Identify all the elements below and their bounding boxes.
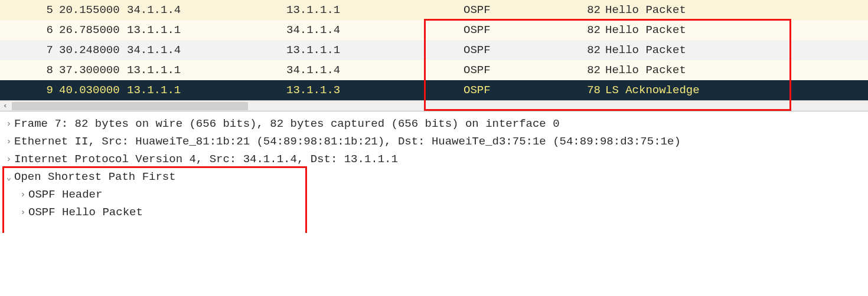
wireshark-window: 520.15500034.1.1.413.1.1.1OSPF82Hello Pa… bbox=[0, 0, 868, 233]
ospf-header-label: OSPF Header bbox=[28, 188, 102, 201]
col-info: Hello Packet bbox=[605, 24, 868, 37]
ip-summary: Internet Protocol Version 4, Src: 34.1.1… bbox=[14, 153, 398, 166]
packet-row[interactable]: 940.03000013.1.1.113.1.1.3OSPF78LS Ackno… bbox=[0, 80, 868, 100]
col-length: 82 bbox=[573, 24, 605, 37]
col-source: 13.1.1.1 bbox=[127, 84, 286, 97]
col-info: Hello Packet bbox=[605, 44, 868, 57]
col-protocol: OSPF bbox=[464, 44, 573, 57]
col-destination: 34.1.1.4 bbox=[286, 64, 464, 77]
col-number: 6 bbox=[0, 24, 59, 37]
chevron-right-icon[interactable]: › bbox=[18, 190, 28, 199]
chevron-down-icon[interactable]: ⌄ bbox=[4, 172, 14, 182]
tree-item-ospf[interactable]: ⌄ Open Shortest Path First bbox=[0, 168, 868, 186]
col-number: 8 bbox=[0, 64, 59, 77]
col-time: 40.030000 bbox=[59, 84, 127, 97]
col-source: 34.1.1.4 bbox=[127, 44, 286, 57]
packet-row[interactable]: 730.24800034.1.1.413.1.1.1OSPF82Hello Pa… bbox=[0, 40, 868, 60]
packet-row[interactable]: 520.15500034.1.1.413.1.1.1OSPF82Hello Pa… bbox=[0, 0, 868, 20]
col-source: 13.1.1.1 bbox=[127, 24, 286, 37]
chevron-right-icon[interactable]: › bbox=[18, 208, 28, 217]
col-time: 20.155000 bbox=[59, 4, 127, 17]
chevron-right-icon[interactable]: › bbox=[4, 154, 14, 164]
chevron-right-icon[interactable]: › bbox=[4, 119, 14, 129]
ospf-summary: Open Shortest Path First bbox=[14, 170, 176, 183]
ethernet-summary: Ethernet II, Src: HuaweiTe_81:1b:21 (54:… bbox=[14, 135, 681, 148]
chevron-right-icon[interactable]: › bbox=[4, 137, 14, 146]
packet-row[interactable]: 837.30000013.1.1.134.1.1.4OSPF82Hello Pa… bbox=[0, 60, 868, 80]
ospf-hello-label: OSPF Hello Packet bbox=[28, 206, 143, 219]
scrollbar-thumb[interactable] bbox=[12, 102, 248, 110]
packet-list-pane[interactable]: 520.15500034.1.1.413.1.1.1OSPF82Hello Pa… bbox=[0, 0, 868, 111]
col-info: LS Acknowledge bbox=[605, 84, 868, 97]
col-length: 82 bbox=[573, 44, 605, 57]
col-destination: 13.1.1.1 bbox=[286, 4, 464, 17]
col-number: 5 bbox=[0, 4, 59, 17]
col-destination: 34.1.1.4 bbox=[286, 24, 464, 37]
tree-item-frame[interactable]: › Frame 7: 82 bytes on wire (656 bits), … bbox=[0, 115, 868, 133]
col-length: 82 bbox=[573, 64, 605, 77]
col-source: 13.1.1.1 bbox=[127, 64, 286, 77]
col-length: 82 bbox=[573, 4, 605, 17]
col-destination: 13.1.1.1 bbox=[286, 44, 464, 57]
tree-item-ospf-header[interactable]: › OSPF Header bbox=[0, 186, 868, 203]
col-length: 78 bbox=[573, 84, 605, 97]
col-protocol: OSPF bbox=[464, 24, 573, 37]
col-time: 30.248000 bbox=[59, 44, 127, 57]
col-time: 37.300000 bbox=[59, 64, 127, 77]
col-number: 7 bbox=[0, 44, 59, 57]
frame-summary: Frame 7: 82 bytes on wire (656 bits), 82… bbox=[14, 117, 560, 130]
packet-details-pane[interactable]: › Frame 7: 82 bytes on wire (656 bits), … bbox=[0, 111, 868, 233]
col-info: Hello Packet bbox=[605, 64, 868, 77]
col-info: Hello Packet bbox=[605, 4, 868, 17]
col-source: 34.1.1.4 bbox=[127, 4, 286, 17]
tree-item-ospf-hello[interactable]: › OSPF Hello Packet bbox=[0, 203, 868, 221]
col-time: 26.785000 bbox=[59, 24, 127, 37]
col-protocol: OSPF bbox=[464, 64, 573, 77]
horizontal-scrollbar[interactable]: ‹ bbox=[0, 100, 868, 111]
col-protocol: OSPF bbox=[464, 84, 573, 97]
col-destination: 13.1.1.3 bbox=[286, 84, 464, 97]
scroll-left-icon[interactable]: ‹ bbox=[0, 101, 11, 111]
packet-row[interactable]: 626.78500013.1.1.134.1.1.4OSPF82Hello Pa… bbox=[0, 20, 868, 40]
col-protocol: OSPF bbox=[464, 4, 573, 17]
tree-item-ip[interactable]: › Internet Protocol Version 4, Src: 34.1… bbox=[0, 150, 868, 168]
col-number: 9 bbox=[0, 84, 59, 97]
tree-item-ethernet[interactable]: › Ethernet II, Src: HuaweiTe_81:1b:21 (5… bbox=[0, 133, 868, 150]
